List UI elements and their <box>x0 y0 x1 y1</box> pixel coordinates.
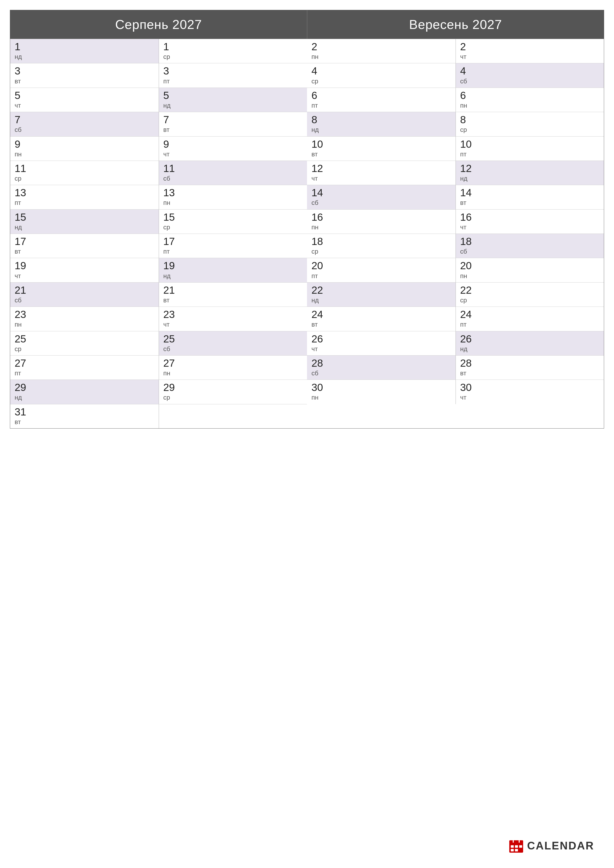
day-number: 13 <box>15 187 154 198</box>
day-name: ср <box>311 248 451 255</box>
day-row: 6пт6пн <box>307 88 604 112</box>
day-cell-september-9: 9чт <box>159 136 307 161</box>
day-cell-august-2: 2пн <box>307 39 455 63</box>
day-row: 24вт24пт <box>307 307 604 331</box>
day-name: пт <box>311 102 451 109</box>
day-name: ср <box>15 345 154 353</box>
day-cell-empty-right <box>159 404 307 428</box>
day-number: 12 <box>311 163 451 174</box>
day-cell-august-12: 12чт <box>307 161 455 185</box>
day-name: пт <box>15 199 154 207</box>
calendar-logo: CALENDAR <box>509 838 594 853</box>
day-number: 11 <box>15 163 154 174</box>
day-number: 15 <box>163 212 303 223</box>
day-cell-august-24: 24вт <box>307 307 455 331</box>
day-number: 27 <box>163 358 303 369</box>
day-row: 3вт3пт <box>10 63 307 87</box>
day-name: чт <box>163 321 303 329</box>
day-cell-august-15: 15нд <box>10 209 159 234</box>
day-number: 8 <box>311 114 451 126</box>
day-number: 2 <box>311 41 451 53</box>
day-name: нд <box>311 126 451 133</box>
day-name: пт <box>460 150 600 158</box>
svg-rect-6 <box>511 849 514 851</box>
day-row: 21сб21вт <box>10 282 307 307</box>
day-cell-august-5: 5чт <box>10 88 159 112</box>
day-row: 28сб28вт <box>307 355 604 380</box>
day-name: нд <box>15 53 154 60</box>
day-name: ср <box>460 296 600 304</box>
day-name: вт <box>311 321 451 329</box>
day-number: 30 <box>460 382 600 393</box>
day-number: 25 <box>163 333 303 345</box>
day-name: сб <box>311 199 451 207</box>
day-cell-august-27: 27пт <box>10 356 159 380</box>
day-row: 22нд22ср <box>307 282 604 307</box>
day-number: 24 <box>311 309 451 320</box>
day-name: вт <box>163 126 303 133</box>
day-cell-september-24: 24пт <box>455 307 604 331</box>
day-number: 11 <box>163 163 303 174</box>
day-cell-september-26: 26нд <box>455 331 604 355</box>
day-name: чт <box>460 53 600 60</box>
day-number: 19 <box>163 260 303 271</box>
day-cell-august-23: 23пн <box>10 307 159 331</box>
day-name: пн <box>163 369 303 377</box>
day-number: 28 <box>460 358 600 369</box>
day-cell-september-13: 13пн <box>159 185 307 209</box>
day-name: чт <box>311 175 451 182</box>
day-number: 27 <box>15 358 154 369</box>
day-cell-september-20: 20пн <box>455 258 604 282</box>
day-cell-august-29: 29нд <box>10 380 159 404</box>
day-cell-august-21: 21сб <box>10 282 159 307</box>
day-number: 22 <box>311 285 451 296</box>
day-name: нд <box>15 223 154 231</box>
day-cell-august-3: 3вт <box>10 64 159 87</box>
day-cell-august-1: 1нд <box>10 39 159 63</box>
day-row: 20пт20пн <box>307 258 604 282</box>
day-number: 20 <box>311 260 451 271</box>
day-cell-september-16: 16чт <box>455 209 604 234</box>
calendar-page: Серпень 2027Вересень 20271нд1ср2пн2чт3вт… <box>0 0 614 868</box>
day-name: вт <box>460 369 600 377</box>
day-row: 17вт17пт <box>10 234 307 258</box>
day-row: 14сб14вт <box>307 185 604 209</box>
day-cell-september-22: 22ср <box>455 282 604 307</box>
day-cell-september-11: 11сб <box>159 161 307 185</box>
day-name: пн <box>460 102 600 109</box>
day-name: сб <box>460 248 600 255</box>
day-number: 14 <box>311 187 451 198</box>
day-number: 23 <box>163 309 303 320</box>
day-number: 7 <box>163 114 303 126</box>
day-cell-september-8: 8ср <box>455 112 604 136</box>
day-row: 1нд1ср <box>10 39 307 63</box>
day-row: 16пн16чт <box>307 209 604 234</box>
day-cell-september-17: 17пт <box>159 234 307 258</box>
day-number: 26 <box>460 333 600 345</box>
day-name: сб <box>15 296 154 304</box>
day-name: нд <box>460 345 600 353</box>
day-cell-september-3: 3пт <box>159 64 307 87</box>
svg-rect-3 <box>511 845 514 848</box>
day-name: чт <box>163 150 303 158</box>
day-number: 29 <box>15 382 154 393</box>
day-number: 17 <box>15 236 154 247</box>
day-name: пт <box>460 321 600 329</box>
day-name: нд <box>15 394 154 401</box>
day-name: нд <box>460 175 600 182</box>
day-number: 3 <box>15 65 154 77</box>
day-row: 19чт19нд <box>10 258 307 282</box>
day-number: 18 <box>311 236 451 247</box>
day-row: 25ср25сб <box>10 331 307 355</box>
day-row: 4ср4сб <box>307 63 604 87</box>
day-number: 16 <box>311 212 451 223</box>
day-name: пн <box>15 150 154 158</box>
day-name: вт <box>460 199 600 207</box>
day-cell-august-9: 9пн <box>10 136 159 161</box>
day-cell-august-18: 18ср <box>307 234 455 258</box>
day-number: 21 <box>163 285 303 296</box>
day-name: чт <box>460 223 600 231</box>
day-number: 22 <box>460 285 600 296</box>
day-cell-august-28: 28сб <box>307 356 455 380</box>
month-header-september: Вересень 2027 <box>307 10 604 39</box>
